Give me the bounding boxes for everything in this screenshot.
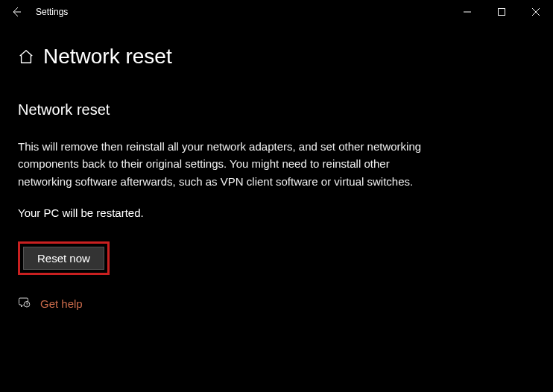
content-area: Network reset Network reset This will re… <box>0 24 553 312</box>
maximize-button[interactable] <box>484 0 519 24</box>
restart-notice: Your PC will be restarted. <box>18 206 535 219</box>
home-icon <box>18 48 34 65</box>
minimize-button[interactable] <box>450 0 484 24</box>
titlebar: Settings <box>0 0 553 24</box>
help-row: Get help <box>18 296 535 312</box>
svg-point-2 <box>27 306 28 306</box>
page-title: Network reset <box>43 45 172 69</box>
get-help-link[interactable]: Get help <box>40 297 83 310</box>
reset-now-button[interactable]: Reset now <box>23 247 104 270</box>
close-icon <box>532 8 540 16</box>
close-button[interactable] <box>519 0 553 24</box>
help-chat-icon <box>18 296 31 312</box>
body-description: This will remove then reinstall all your… <box>18 138 435 190</box>
window-controls <box>450 0 553 24</box>
reset-button-highlight: Reset now <box>18 241 110 275</box>
svg-rect-0 <box>499 9 505 16</box>
window-title: Settings <box>33 7 450 17</box>
back-button[interactable] <box>0 0 33 24</box>
maximize-icon <box>498 8 505 16</box>
page-header: Network reset <box>18 45 535 69</box>
minimize-icon <box>464 8 471 16</box>
arrow-left-icon <box>10 6 22 18</box>
section-heading: Network reset <box>18 101 535 118</box>
